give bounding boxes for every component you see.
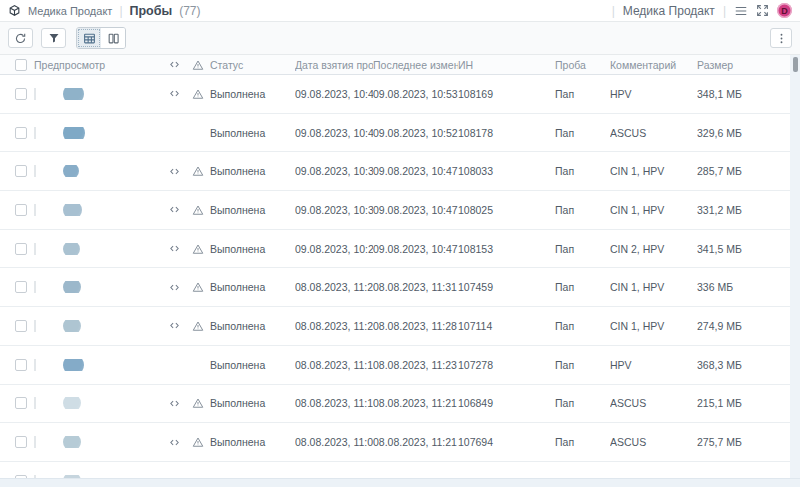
cell-size: 285,7 МБ	[697, 165, 790, 177]
filter-funnel-icon	[48, 32, 60, 44]
table-row[interactable]: Выполнена 09.08.2023, 10:48 09.08.2023, …	[0, 75, 790, 114]
header-code-icon[interactable]	[162, 59, 186, 70]
sample-preview-thumbnail[interactable]	[34, 397, 36, 409]
cell-sample-type: Пап	[555, 397, 610, 409]
cell-comment: ASCUS	[610, 397, 697, 409]
select-all-checkbox[interactable]	[15, 59, 27, 71]
specimen-circle	[63, 436, 81, 448]
table-row[interactable]: Выполнена 08.08.2023, 11:27 08.08.2023, …	[0, 268, 790, 307]
refresh-button[interactable]	[8, 28, 33, 48]
row-checkbox[interactable]	[15, 88, 27, 100]
code-icon[interactable]	[162, 320, 186, 331]
more-options-button[interactable]	[770, 28, 792, 48]
code-icon[interactable]	[162, 437, 186, 448]
warning-icon[interactable]	[186, 204, 210, 216]
cell-size: 348,1 МБ	[697, 88, 790, 100]
header-comment[interactable]: Комментарий	[610, 59, 697, 71]
code-icon[interactable]	[162, 88, 186, 99]
table-row[interactable]: Выполнена 08.08.2023, 11:07 08.08.2023, …	[0, 423, 790, 462]
table-row[interactable]: Выполнена 09.08.2023, 10:28 09.08.2023, …	[0, 230, 790, 269]
cell-modified-date: 09.08.2023, 10:47	[373, 204, 458, 216]
app-logo-cube-icon[interactable]	[8, 4, 21, 17]
table-row[interactable]: Выполнена 09.08.2023, 10:43 09.08.2023, …	[0, 114, 790, 153]
row-checkbox[interactable]	[15, 397, 27, 409]
header-sample[interactable]: Проба	[555, 59, 610, 71]
menu-hamburger-icon[interactable]	[734, 4, 748, 18]
row-checkbox[interactable]	[15, 281, 27, 293]
vertical-scrollbar-thumb[interactable]	[793, 57, 798, 72]
sample-preview-thumbnail[interactable]	[34, 88, 36, 100]
cell-modified-date: 09.08.2023, 10:47	[373, 243, 458, 255]
app-window: Медика Продакт | Пробы (77) | Медика Про…	[0, 0, 800, 487]
table-row[interactable]: Выполнена 09.08.2023, 10:33 09.08.2023, …	[0, 191, 790, 230]
view-toggle-group	[76, 27, 126, 49]
cell-taken-date: 09.08.2023, 10:43	[295, 127, 373, 139]
cell-sample-type: Пап	[555, 243, 610, 255]
sample-preview-thumbnail[interactable]	[34, 127, 36, 139]
cell-id: 108025	[458, 204, 555, 216]
specimen-circle	[63, 88, 84, 100]
cell-comment: CIN 1, HPV	[610, 320, 697, 332]
table-row[interactable]	[0, 462, 790, 478]
sample-preview-thumbnail[interactable]	[34, 204, 36, 216]
sample-preview-thumbnail[interactable]	[34, 243, 36, 255]
specimen-circle	[63, 165, 79, 177]
card-view-button[interactable]	[101, 28, 125, 48]
table-row[interactable]: Выполнена 08.08.2023, 11:12 08.08.2023, …	[0, 385, 790, 424]
sample-preview-thumbnail[interactable]	[34, 165, 36, 177]
cell-comment: HPV	[610, 359, 697, 371]
row-checkbox[interactable]	[15, 436, 27, 448]
cell-modified-date: 08.08.2023, 11:21	[373, 397, 458, 409]
row-checkbox[interactable]	[15, 165, 27, 177]
kebab-menu-icon	[775, 32, 788, 45]
cell-status: Выполнена	[210, 243, 295, 255]
sample-preview-thumbnail[interactable]	[34, 320, 36, 332]
row-checkbox[interactable]	[15, 204, 27, 216]
row-checkbox[interactable]	[15, 320, 27, 332]
header-id[interactable]: ИН	[458, 59, 555, 71]
sample-preview-thumbnail[interactable]	[34, 436, 36, 448]
cell-size: 275,7 МБ	[697, 436, 790, 448]
user-avatar[interactable]: D	[777, 3, 792, 18]
cell-size: 274,9 МБ	[697, 320, 790, 332]
warning-icon[interactable]	[186, 165, 210, 177]
warning-icon[interactable]	[186, 436, 210, 448]
warning-icon[interactable]	[186, 88, 210, 100]
vertical-scrollbar-track[interactable]	[790, 55, 800, 478]
header-modified[interactable]: Последнее изменение	[373, 59, 458, 71]
warning-icon[interactable]	[186, 281, 210, 293]
code-icon[interactable]	[162, 282, 186, 293]
warning-icon[interactable]	[186, 320, 210, 332]
row-checkbox[interactable]	[15, 127, 27, 139]
cell-modified-date: 09.08.2023, 10:52	[373, 127, 458, 139]
header-preview[interactable]: Предпросмотр	[34, 59, 162, 71]
table-row[interactable]: Выполнена 08.08.2023, 11:17 08.08.2023, …	[0, 346, 790, 385]
code-icon[interactable]	[162, 398, 186, 409]
cell-status: Выполнена	[210, 397, 295, 409]
warning-icon[interactable]	[186, 243, 210, 255]
cell-status: Выполнена	[210, 281, 295, 293]
cell-modified-date: 09.08.2023, 10:47	[373, 165, 458, 177]
warning-icon[interactable]	[186, 397, 210, 409]
fullscreen-expand-icon[interactable]	[756, 4, 769, 17]
cell-size: 341,5 МБ	[697, 243, 790, 255]
header-taken[interactable]: Дата взятия пробы	[295, 59, 373, 71]
sample-preview-thumbnail[interactable]	[34, 281, 36, 293]
filter-button[interactable]	[41, 28, 66, 48]
code-icon[interactable]	[162, 166, 186, 177]
header-status[interactable]: Статус	[210, 59, 295, 71]
table-row[interactable]: Выполнена 08.08.2023, 11:22 08.08.2023, …	[0, 307, 790, 346]
specimen-circle	[63, 127, 85, 139]
sample-preview-thumbnail[interactable]	[34, 359, 36, 371]
cell-comment: CIN 2, HPV	[610, 243, 697, 255]
code-icon[interactable]	[162, 204, 186, 215]
row-checkbox[interactable]	[15, 243, 27, 255]
header-warning-icon[interactable]	[186, 59, 210, 71]
header-size[interactable]: Размер	[697, 59, 790, 71]
code-icon[interactable]	[162, 243, 186, 254]
table-row[interactable]: Выполнена 09.08.2023, 10:38 09.08.2023, …	[0, 152, 790, 191]
row-checkbox[interactable]	[15, 359, 27, 371]
table-view-button[interactable]	[77, 28, 101, 48]
horizontal-scrollbar-track	[0, 478, 800, 487]
cell-taken-date: 09.08.2023, 10:38	[295, 165, 373, 177]
